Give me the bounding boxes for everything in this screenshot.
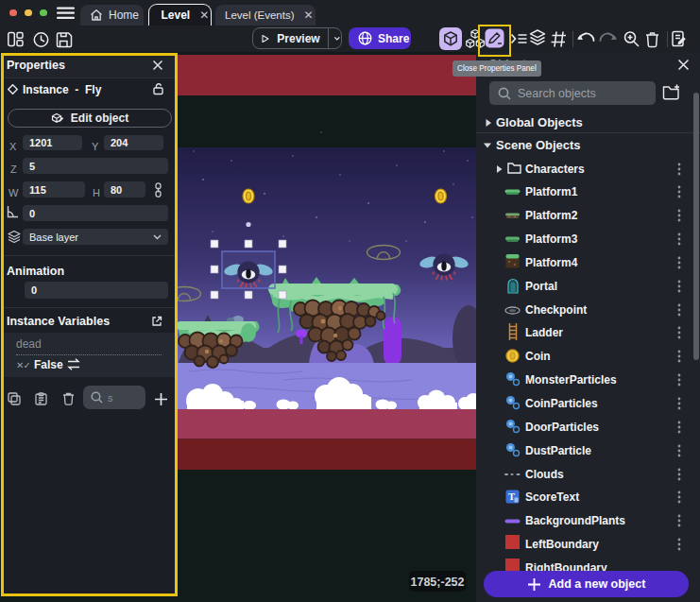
svg-text:T: T: [508, 491, 515, 502]
svg-text:1785;-252: 1785;-252: [411, 576, 465, 589]
